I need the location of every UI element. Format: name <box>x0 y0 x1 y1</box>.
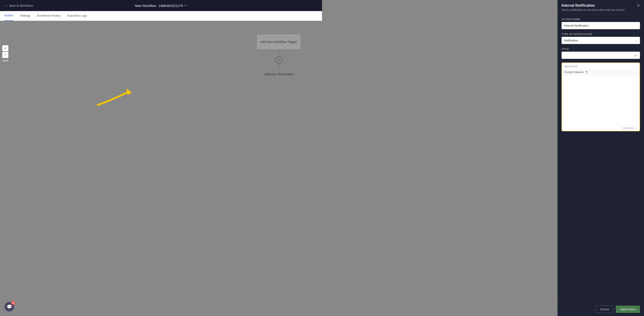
tabs-bar: Builder Settings Enrollment History Exec… <box>0 11 322 21</box>
connector-line-top <box>278 50 279 56</box>
yellow-arrow <box>93 83 138 109</box>
top-nav: ← Back to Workflows New Workflow : 16884… <box>0 0 322 11</box>
zoom-level: 100% <box>2 59 8 62</box>
canvas-area: + − 100% Add New Workflow Trigger + Add … <box>0 21 322 158</box>
plus-icon: + <box>278 58 280 62</box>
workflow-nodes: Add New Workflow Trigger + Add your firs… <box>256 34 301 76</box>
add-first-action-label: Add your first action <box>264 72 294 76</box>
edit-title-icon[interactable]: ✏ <box>184 4 187 7</box>
trigger-node[interactable]: Add New Workflow Trigger <box>256 34 301 50</box>
back-arrow-icon: ← <box>4 3 8 7</box>
back-to-workflows-button[interactable]: ← Back to Workflows <box>4 3 33 7</box>
tab-builder[interactable]: Builder <box>4 11 13 21</box>
tab-settings[interactable]: Settings <box>20 11 30 21</box>
zoom-out-button[interactable]: − <box>2 52 8 58</box>
trigger-node-label: Add New Workflow Trigger <box>260 40 297 44</box>
zoom-in-button[interactable]: + <box>2 45 8 51</box>
back-label: Back to Workflows <box>9 4 33 7</box>
connector-line-bottom <box>278 63 279 70</box>
add-action-button[interactable]: + <box>275 56 282 63</box>
tab-execution-logs[interactable]: Execution Logs <box>68 11 87 21</box>
workflow-title-text: New Workflow : 1688464221179 <box>135 4 183 7</box>
svg-marker-0 <box>126 88 132 95</box>
zoom-controls: + − 100% <box>2 45 8 62</box>
tab-enrollment-history[interactable]: Enrollment History <box>37 11 60 21</box>
workflow-title: New Workflow : 1688464221179 ✏ <box>135 4 188 7</box>
